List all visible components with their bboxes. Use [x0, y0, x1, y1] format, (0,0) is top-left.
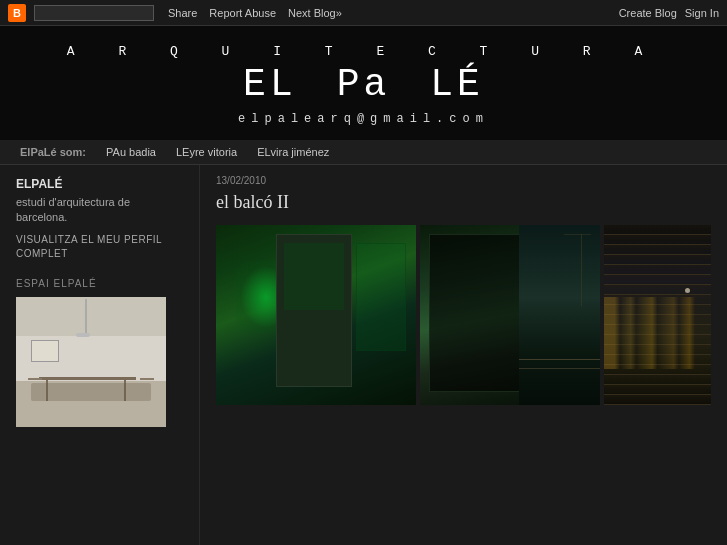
main-title: EL Pa LÉ	[20, 63, 707, 106]
tab-elvira-jimenez[interactable]: ELvira jiménez	[257, 146, 329, 158]
search-input[interactable]	[34, 5, 154, 21]
profile-description: estudi d'arquitectura de barcelona.	[16, 195, 183, 226]
title-pa: Pa	[337, 63, 391, 106]
header-banner: A R Q U I T E C T U R A EL Pa LÉ elpalea…	[0, 26, 727, 140]
report-abuse-link[interactable]: Report Abuse	[203, 7, 282, 19]
navbar: B Share Report Abuse Next Blog» Create B…	[0, 0, 727, 26]
profile-name: ELPALÉ	[16, 177, 183, 191]
arch-subtitle: A R Q U I T E C T U R A	[20, 44, 707, 59]
tab-leyre-vitoria[interactable]: LEyre vitoria	[176, 146, 237, 158]
espai-image	[16, 297, 166, 427]
view-full-profile-link[interactable]: VISUALITZA EL MEU PERFIL COMPLET	[16, 234, 162, 259]
title-el: EL	[243, 63, 297, 106]
subnav-label: ElPaLé som:	[20, 146, 86, 158]
post-images	[216, 225, 711, 405]
post-content: 13/02/2010 el balcó II	[200, 165, 727, 545]
next-blog-link[interactable]: Next Blog»	[282, 7, 348, 19]
header-email: elpalearq@gmail.com	[20, 112, 707, 126]
espai-section-title: ESPAI ELPALÉ	[16, 278, 183, 289]
title-le: LÉ	[430, 63, 484, 106]
post-image-3	[604, 225, 711, 405]
create-blog-link[interactable]: Create Blog	[619, 7, 677, 19]
right-links: Create Blog Sign In	[619, 7, 719, 19]
door-illustration	[276, 234, 352, 387]
blogger-logo: B	[8, 4, 26, 22]
subnav: ElPaLé som: PAu badia LEyre vitoria ELvi…	[0, 140, 727, 165]
post-title: el balcó II	[216, 192, 711, 213]
city-lights	[604, 297, 711, 369]
room-illustration	[16, 297, 166, 427]
sidebar: ELPALÉ estudi d'arquitectura de barcelon…	[0, 165, 200, 545]
tab-pau-badia[interactable]: PAu badia	[106, 146, 156, 158]
post-image-1	[216, 225, 416, 405]
share-link[interactable]: Share	[162, 7, 203, 19]
post-image-2	[420, 225, 600, 405]
sign-in-link[interactable]: Sign In	[685, 7, 719, 19]
post-date: 13/02/2010	[216, 175, 711, 186]
main-area: ELPALÉ estudi d'arquitectura de barcelon…	[0, 165, 727, 545]
nav-links: Share Report Abuse Next Blog»	[162, 7, 348, 19]
